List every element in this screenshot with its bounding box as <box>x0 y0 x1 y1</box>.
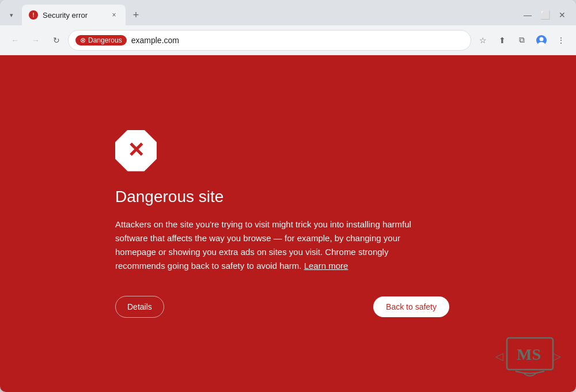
warning-octagon: ✕ <box>115 130 157 172</box>
minimize-button[interactable]: — <box>520 7 536 23</box>
tab-arrows: ▾ <box>6 9 17 21</box>
error-body: Attackers on the site you're trying to v… <box>115 218 415 273</box>
profile-icon <box>536 35 547 46</box>
maximize-button[interactable]: ⬜ <box>537 7 553 23</box>
window-controls: — ⬜ ✕ <box>520 7 570 23</box>
tab-bar: ▾ ! Security error × + — ⬜ ✕ <box>0 0 576 25</box>
tab-title: Security error <box>43 11 88 20</box>
details-button[interactable]: Details <box>115 296 164 318</box>
reload-icon: ↻ <box>53 36 60 45</box>
share-icon: ⬆ <box>499 36 506 45</box>
dangerous-icon: ⊗ <box>80 36 86 44</box>
dangerous-label: Dangerous <box>88 36 122 44</box>
address-text: example.com <box>131 36 179 45</box>
error-title: Dangerous site <box>115 188 223 206</box>
buttons-row: Details Back to safety <box>115 296 449 318</box>
learn-more-link[interactable]: Learn more <box>304 261 348 271</box>
profile-button[interactable] <box>532 31 551 50</box>
svg-text:◁: ◁ <box>495 351 503 362</box>
more-menu-button[interactable]: ⋮ <box>552 31 570 50</box>
toolbar-actions: ☆ ⬆ ⧉ ⋮ <box>473 31 570 50</box>
svg-text:MS: MS <box>517 345 541 363</box>
warning-icon-container: ✕ <box>115 130 157 172</box>
reload-button[interactable]: ↻ <box>47 31 66 50</box>
watermark-svg: MS ◁ ▷ <box>495 332 564 378</box>
forward-icon: → <box>32 36 40 45</box>
back-button[interactable]: ← <box>6 31 24 50</box>
dangerous-badge: ⊗ Dangerous <box>75 35 127 45</box>
more-icon: ⋮ <box>557 36 565 45</box>
bookmark-button[interactable]: ☆ <box>473 31 492 50</box>
watermark: MS ◁ ▷ <box>495 332 564 380</box>
error-page: ✕ Dangerous site Attackers on the site y… <box>0 55 576 392</box>
toolbar: ← → ↻ ⊗ Dangerous example.com ☆ ⬆ ⧉ <box>0 25 576 55</box>
back-to-safety-button[interactable]: Back to safety <box>373 296 449 317</box>
svg-point-1 <box>540 37 544 41</box>
svg-text:▷: ▷ <box>553 351 561 362</box>
warning-x-icon: ✕ <box>127 140 145 161</box>
tab-close-button[interactable]: × <box>109 10 119 20</box>
bookmark-icon: ☆ <box>479 36 487 45</box>
tab-list-arrow[interactable]: ▾ <box>6 9 17 21</box>
active-tab[interactable]: ! Security error × <box>22 5 126 25</box>
forward-button[interactable]: → <box>26 31 45 50</box>
back-icon: ← <box>11 36 19 45</box>
share-button[interactable]: ⬆ <box>493 31 511 50</box>
browser-window: ▾ ! Security error × + — ⬜ ✕ ← → ↻ <box>0 0 576 392</box>
address-bar[interactable]: ⊗ Dangerous example.com <box>68 30 471 51</box>
tab-favicon: ! <box>29 10 38 20</box>
new-tab-button[interactable]: + <box>128 7 144 23</box>
split-icon: ⧉ <box>519 35 525 45</box>
split-button[interactable]: ⧉ <box>513 31 531 50</box>
close-window-button[interactable]: ✕ <box>554 7 570 23</box>
